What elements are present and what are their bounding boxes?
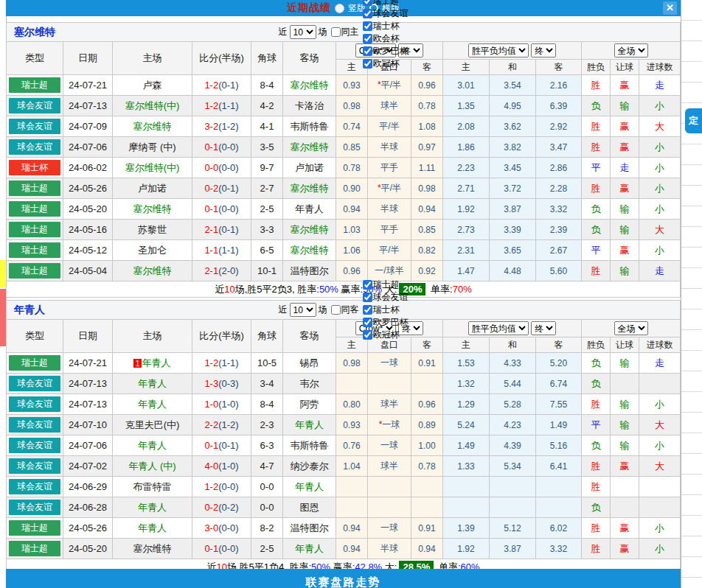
table-row: 球会友谊24-07-06年青人0-1(0-1)6-3韦斯特鲁0.76一球1.00… <box>7 435 681 456</box>
league-checkbox[interactable] <box>363 46 372 56</box>
avg-away: 3.47 <box>536 137 582 158</box>
result-handicap: 输 <box>611 199 639 220</box>
away-team: 韦尔 <box>283 374 336 394</box>
near-count-select[interactable]: 10 <box>290 303 316 317</box>
avg-type-select[interactable]: 胜平负均值 <box>468 321 529 335</box>
league-checkbox[interactable] <box>363 59 372 69</box>
result-handicap: 输 <box>611 435 639 456</box>
avg-away <box>536 477 582 497</box>
recent-results-modal: 定 近期战绩 竖版 横版 ✕ 塞尔维特 近 10 场 同主 瑞士超球会友谊瑞士杯… <box>0 0 702 588</box>
avg-draw: 4.33 <box>490 353 536 374</box>
league-checkbox[interactable] <box>363 9 372 18</box>
same-side-checkbox[interactable] <box>331 305 341 315</box>
league-checkbox[interactable] <box>363 280 372 290</box>
result-goals: 大 <box>639 220 681 240</box>
match-date: 24-06-28 <box>63 497 113 518</box>
odds-away: 0.96 <box>411 75 443 96</box>
avg-draw: 3.87 <box>490 199 536 220</box>
league-badge: 球会友谊 <box>7 137 63 158</box>
odds-home: 0.94 <box>336 518 368 539</box>
avg-final-select[interactable]: 终 <box>531 43 556 57</box>
league-filter[interactable]: 欧会杯 <box>359 32 409 45</box>
league-trend-bar[interactable]: 联赛盘路走势 <box>6 569 681 588</box>
avg-final-select[interactable]: 终 <box>531 321 556 335</box>
league-checkbox[interactable] <box>363 330 372 340</box>
odds-home: 0.94 <box>336 199 368 220</box>
col-res-wdl: 胜负 <box>582 60 611 75</box>
league-checkbox[interactable] <box>363 293 372 302</box>
score: 1-2(1-1) <box>192 96 251 116</box>
handicap-line: 球半 <box>368 96 411 116</box>
avg-draw: 3.72 <box>490 178 536 199</box>
league-checkbox[interactable] <box>363 21 372 31</box>
match-date: 24-07-13 <box>63 374 113 394</box>
league-checkbox[interactable] <box>363 34 372 43</box>
league-filter[interactable]: 欧冠杯 <box>359 329 409 341</box>
score: 3-0(0-0) <box>192 518 251 539</box>
odds-away: 0.98 <box>411 178 443 199</box>
avg-away: 2.67 <box>536 240 582 261</box>
avg-home <box>443 497 490 518</box>
avg-type-select[interactable]: 胜平负均值 <box>468 43 529 57</box>
league-checkbox[interactable] <box>363 318 372 327</box>
col-home: 主场 <box>113 42 192 75</box>
same-side-checkbox[interactable] <box>331 27 341 37</box>
odds-away: 0.78 <box>411 96 443 116</box>
pin-tab-button[interactable]: 定 <box>685 108 702 133</box>
odds-home <box>336 477 368 497</box>
league-filter[interactable]: 欧罗巴杯 <box>359 45 409 57</box>
corners: 10-5 <box>251 353 283 374</box>
league-badge: 瑞士超 <box>7 220 63 240</box>
away-team: 卢加诺 <box>283 158 336 178</box>
result-goals: 小 <box>639 96 681 116</box>
odds-home: 0.94 <box>336 539 368 559</box>
match-date: 24-07-06 <box>63 435 113 456</box>
filter-controls: 近 10 场 同客 瑞士超球会友谊瑞士杯欧罗巴杯欧冠杯 <box>279 279 409 341</box>
handicap-line: 半球 <box>368 137 411 158</box>
close-icon[interactable]: ✕ <box>663 1 677 15</box>
avg-home: 1.33 <box>443 456 490 477</box>
same-side-filter[interactable]: 同主 <box>327 26 359 38</box>
league-filter[interactable]: 欧罗巴杯 <box>359 316 409 329</box>
corners: 8-4 <box>251 75 283 96</box>
team-title: 年青人 <box>14 304 45 317</box>
page-fragment-red <box>0 289 6 346</box>
home-team: 塞尔维特(中) <box>113 158 192 178</box>
league-filter[interactable]: 欧冠杯 <box>359 57 409 70</box>
result-wdl: 负 <box>582 220 611 240</box>
league-filter[interactable]: 瑞士杯 <box>359 304 409 316</box>
league-filter[interactable]: 瑞士超 <box>359 279 409 291</box>
away-team: 纳沙泰尔 <box>283 456 336 477</box>
home-team: 年青人 <box>113 497 192 518</box>
home-team: 塞尔维特 <box>113 199 192 220</box>
league-filter-label: 欧冠杯 <box>373 329 400 341</box>
avg-away: 2.92 <box>536 116 582 137</box>
handicap-line: 半球 <box>368 199 411 220</box>
away-team: 阿劳 <box>283 394 336 415</box>
match-date: 24-05-12 <box>63 240 113 261</box>
away-team: 塞尔维特 <box>283 240 336 261</box>
handicap-line: 半球 <box>368 539 411 559</box>
odds-home: 1.03 <box>336 220 368 240</box>
league-filter[interactable]: 瑞士超 <box>359 0 409 7</box>
corners: 3-5 <box>251 137 283 158</box>
scope-select[interactable]: 全场 <box>614 43 648 57</box>
league-filter[interactable]: 球会友谊 <box>359 7 409 20</box>
league-filter[interactable]: 瑞士杯 <box>359 20 409 32</box>
odds-home: 1.04 <box>336 456 368 477</box>
avg-away: 6.74 <box>536 374 582 394</box>
page-right-edge <box>681 0 702 588</box>
scope-select[interactable]: 全场 <box>614 321 648 335</box>
league-badge: 瑞士超 <box>7 353 63 374</box>
table-row: 球会友谊24-07-06摩纳哥 (中)0-1(0-0)3-5塞尔维特0.85半球… <box>7 137 681 158</box>
league-checkbox[interactable] <box>363 305 372 315</box>
league-filter[interactable]: 球会友谊 <box>359 291 409 304</box>
same-side-filter[interactable]: 同客 <box>327 304 359 316</box>
league-checkbox[interactable] <box>363 0 372 6</box>
away-team: 年青人 <box>283 415 336 435</box>
league-filter-label: 球会友谊 <box>373 7 409 20</box>
league-filter-label: 球会友谊 <box>373 291 409 304</box>
corners: 4-1 <box>251 116 283 137</box>
section-header-bar: 年青人 近 10 场 同客 瑞士超球会友谊瑞士杯欧罗巴杯欧冠杯 <box>6 300 681 319</box>
near-count-select[interactable]: 10 <box>290 25 316 39</box>
